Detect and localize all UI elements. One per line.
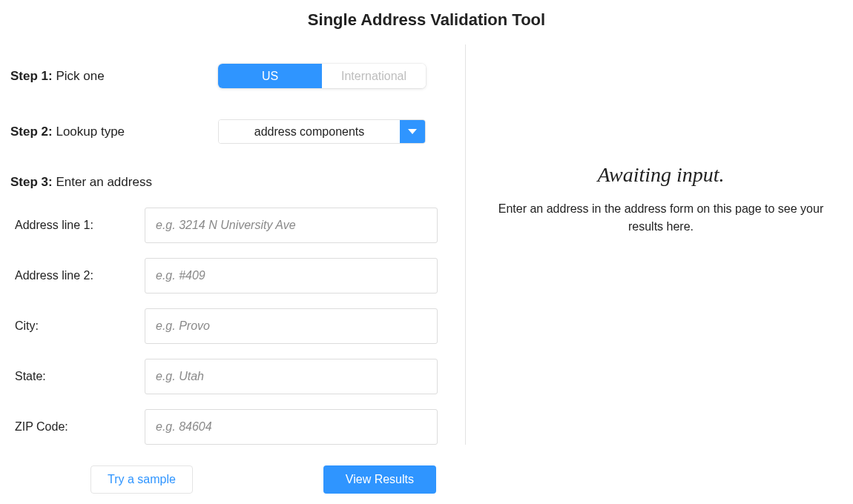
step1-prefix: Step 1: bbox=[10, 69, 53, 83]
results-heading: Awaiting input. bbox=[494, 163, 828, 187]
city-row: City: bbox=[10, 308, 464, 344]
lookup-type-caret[interactable] bbox=[400, 120, 425, 143]
toggle-international-button[interactable]: International bbox=[322, 64, 426, 88]
city-label: City: bbox=[15, 319, 145, 333]
results-subtext: Enter an address in the address form on … bbox=[494, 200, 828, 236]
zip-input[interactable] bbox=[145, 409, 438, 445]
state-label: State: bbox=[15, 370, 145, 383]
view-results-button[interactable]: View Results bbox=[323, 465, 436, 494]
address-line-2-row: Address line 2: bbox=[10, 258, 464, 294]
step2-text: Lookup type bbox=[56, 125, 125, 139]
lookup-type-select[interactable]: address components bbox=[218, 119, 426, 144]
chevron-down-icon bbox=[408, 129, 417, 134]
state-row: State: bbox=[10, 359, 464, 394]
address-line-1-label: Address line 1: bbox=[15, 219, 145, 232]
toggle-us-button[interactable]: US bbox=[218, 64, 322, 88]
step2-label: Step 2: Lookup type bbox=[10, 125, 218, 139]
step1-label: Step 1: Pick one bbox=[10, 69, 218, 84]
form-panel: Step 1: Pick one US International Step 2… bbox=[10, 37, 464, 494]
country-toggle: US International bbox=[218, 64, 426, 88]
action-buttons: Try a sample View Results bbox=[10, 465, 447, 494]
city-input[interactable] bbox=[145, 308, 438, 344]
step3-prefix: Step 3: bbox=[10, 175, 53, 189]
try-sample-button[interactable]: Try a sample bbox=[90, 465, 193, 494]
zip-row: ZIP Code: bbox=[10, 409, 464, 445]
state-input[interactable] bbox=[145, 359, 438, 394]
step1-row: Step 1: Pick one US International bbox=[10, 64, 464, 88]
address-line-2-label: Address line 2: bbox=[15, 269, 145, 282]
page-title: Single Address Validation Tool bbox=[0, 0, 853, 37]
address-line-1-row: Address line 1: bbox=[10, 208, 464, 243]
step2-prefix: Step 2: bbox=[10, 125, 53, 139]
zip-label: ZIP Code: bbox=[15, 420, 145, 434]
results-panel: Awaiting input. Enter an address in the … bbox=[464, 37, 843, 494]
lookup-type-value[interactable]: address components bbox=[219, 120, 400, 143]
step1-text: Pick one bbox=[56, 69, 104, 83]
address-line-1-input[interactable] bbox=[145, 208, 438, 243]
panel-divider bbox=[465, 44, 466, 445]
step3-text: Enter an address bbox=[56, 175, 151, 189]
step2-row: Step 2: Lookup type address components bbox=[10, 119, 464, 144]
step3-label: Step 3: Enter an address bbox=[10, 175, 464, 190]
address-line-2-input[interactable] bbox=[145, 258, 438, 294]
